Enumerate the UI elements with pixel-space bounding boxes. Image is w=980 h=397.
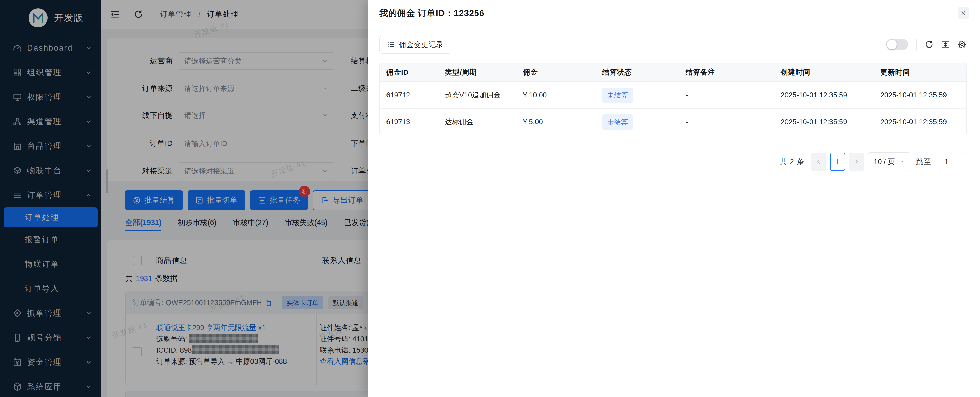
list-icon <box>387 41 395 49</box>
close-icon <box>960 10 967 16</box>
commission-amount: ¥ 10.00 <box>516 82 595 109</box>
prev-page-button[interactable] <box>811 152 826 171</box>
settle-remark: - <box>679 109 774 135</box>
drawer-header: 我的佣金 订单ID：123256 <box>368 0 980 27</box>
commission-type: 达标佣金 <box>438 109 516 135</box>
updated-time: 2025-10-01 12:35:59 <box>873 109 966 135</box>
commission-table: 佣金ID 类型/周期 佣金 结算状态 结算备注 创建时间 更新时间 619712… <box>379 63 967 135</box>
jump-page-input[interactable] <box>935 152 966 171</box>
drawer-title: 我的佣金 订单ID：123256 <box>379 7 484 19</box>
table-header-row: 佣金ID 类型/周期 佣金 结算状态 结算备注 创建时间 更新时间 <box>380 63 966 82</box>
page-size-select[interactable]: 10 / 页 <box>868 152 910 171</box>
gear-icon[interactable] <box>957 40 967 49</box>
table-toolbar <box>886 36 967 53</box>
status-badge: 未结算 <box>602 87 633 103</box>
refresh-icon[interactable] <box>924 40 934 49</box>
commission-type: 超会V10追加佣金 <box>438 82 516 109</box>
row-height-icon[interactable] <box>941 40 950 49</box>
table-row[interactable]: 619712 超会V10追加佣金 ¥ 10.00 未结算 - 2025-10-0… <box>380 82 966 109</box>
created-time: 2025-10-01 12:35:59 <box>774 109 873 135</box>
commission-id: 619713 <box>380 109 438 135</box>
chevron-left-icon <box>816 159 821 165</box>
next-page-button[interactable] <box>849 152 864 171</box>
updated-time: 2025-10-01 12:35:59 <box>873 82 966 109</box>
commission-change-log-button[interactable]: 佣金变更记录 <box>379 36 452 54</box>
settle-remark: - <box>679 82 774 109</box>
table-row[interactable]: 619713 达标佣金 ¥ 5.00 未结算 - 2025-10-01 12:3… <box>380 109 966 135</box>
stripe-toggle[interactable] <box>886 39 908 50</box>
pagination: 共 2 条 1 10 / 页 跳至 <box>780 152 966 171</box>
total-label: 共 2 条 <box>780 157 804 167</box>
close-button[interactable] <box>958 7 969 19</box>
jump-label: 跳至 <box>916 157 931 167</box>
commission-id: 619712 <box>380 82 438 109</box>
commission-amount: ¥ 5.00 <box>516 109 595 135</box>
commission-drawer: 我的佣金 订单ID：123256 佣金变更记录 <box>368 0 980 397</box>
app-root: 开发版 Dashboard 组织管理 权限管理 渠道管理 <box>0 0 980 397</box>
created-time: 2025-10-01 12:35:59 <box>774 82 873 109</box>
toggle-knob <box>887 40 897 49</box>
current-page[interactable]: 1 <box>830 152 845 171</box>
chevron-right-icon <box>854 159 859 165</box>
status-badge: 未结算 <box>602 114 633 130</box>
chevron-down-icon <box>899 159 905 165</box>
